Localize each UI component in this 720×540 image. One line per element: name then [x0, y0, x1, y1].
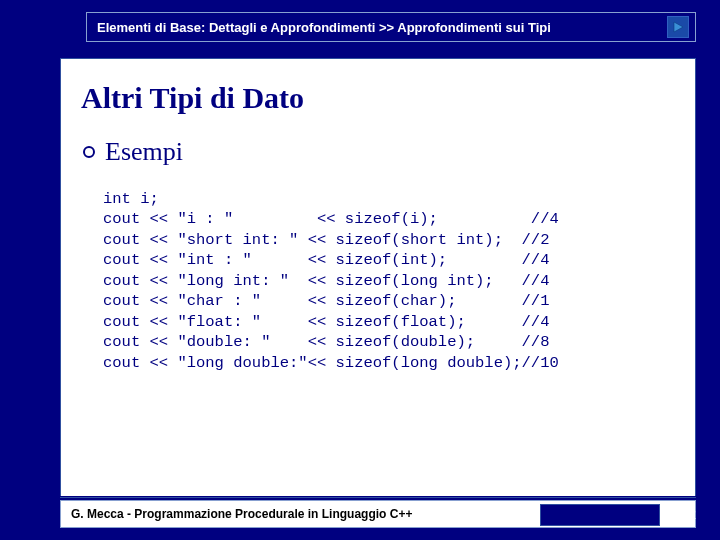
bullet-row: Esempi [83, 137, 675, 167]
slide-subtitle: Esempi [105, 137, 183, 167]
code-block: int i; cout << "i : " << sizeof(i); //4 … [103, 189, 675, 373]
slide-body: Altri Tipi di Dato Esempi int i; cout <<… [60, 58, 696, 496]
footer-text: G. Mecca - Programmazione Procedurale in… [71, 507, 412, 521]
bullet-icon [83, 146, 95, 158]
next-slide-button[interactable] [667, 16, 689, 38]
triangle-right-icon [671, 20, 685, 34]
footer-accent-box [540, 504, 660, 526]
top-bar: Elementi di Base: Dettagli e Approfondim… [86, 12, 696, 42]
breadcrumb: Elementi di Base: Dettagli e Approfondim… [97, 20, 551, 35]
slide-title: Altri Tipi di Dato [81, 81, 675, 115]
separator-line [60, 497, 696, 498]
page-number: 32 [679, 505, 696, 522]
svg-marker-0 [674, 22, 683, 32]
